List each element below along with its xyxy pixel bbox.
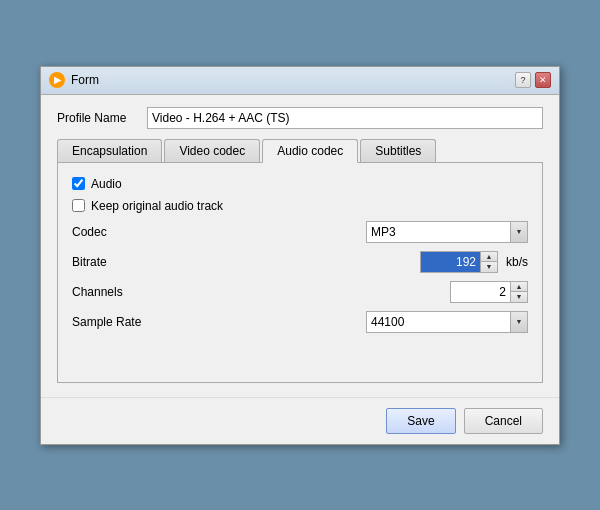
codec-label: Codec bbox=[72, 225, 252, 239]
title-bar-left: ▶ Form bbox=[49, 72, 99, 88]
channels-control: ▲ ▼ bbox=[450, 281, 528, 303]
samplerate-dropdown-btn[interactable]: ▼ bbox=[510, 311, 528, 333]
channels-input-group: ▲ ▼ bbox=[450, 281, 528, 303]
window-title: Form bbox=[71, 73, 99, 87]
bitrate-label: Bitrate bbox=[72, 255, 252, 269]
audio-checkbox-label[interactable]: Audio bbox=[91, 177, 122, 191]
channels-label: Channels bbox=[72, 285, 252, 299]
title-bar-buttons: ? ✕ bbox=[515, 72, 551, 88]
audio-checkbox-row: Audio bbox=[72, 177, 528, 191]
keep-original-checkbox-row: Keep original audio track bbox=[72, 199, 528, 213]
tabs-row: Encapsulation Video codec Audio codec Su… bbox=[57, 139, 543, 163]
help-button[interactable]: ? bbox=[515, 72, 531, 88]
tab-subtitles[interactable]: Subtitles bbox=[360, 139, 436, 162]
bitrate-input-group: ▲ ▼ bbox=[420, 251, 498, 273]
codec-combo: ▼ bbox=[366, 221, 528, 243]
cancel-button[interactable]: Cancel bbox=[464, 408, 543, 434]
channels-spin: ▲ ▼ bbox=[510, 281, 528, 303]
save-button[interactable]: Save bbox=[386, 408, 455, 434]
audio-checkbox[interactable] bbox=[72, 177, 85, 190]
samplerate-label: Sample Rate bbox=[72, 315, 252, 329]
bitrate-input[interactable] bbox=[420, 251, 480, 273]
profile-name-label: Profile Name bbox=[57, 111, 137, 125]
keep-original-label[interactable]: Keep original audio track bbox=[91, 199, 223, 213]
bitrate-row: Bitrate ▲ ▼ kb/s bbox=[72, 251, 528, 273]
keep-original-checkbox[interactable] bbox=[72, 199, 85, 212]
tab-content-audio: Audio Keep original audio track Codec ▼ bbox=[57, 163, 543, 383]
bitrate-up-btn[interactable]: ▲ bbox=[481, 252, 497, 263]
vlc-icon: ▶ bbox=[49, 72, 65, 88]
tab-encapsulation[interactable]: Encapsulation bbox=[57, 139, 162, 162]
samplerate-input[interactable] bbox=[366, 311, 510, 333]
channels-up-btn[interactable]: ▲ bbox=[511, 282, 527, 293]
channels-input[interactable] bbox=[450, 281, 510, 303]
codec-dropdown-btn[interactable]: ▼ bbox=[510, 221, 528, 243]
bitrate-control: ▲ ▼ kb/s bbox=[420, 251, 528, 273]
dialog-window: ▶ Form ? ✕ Profile Name Encapsulation Vi… bbox=[40, 66, 560, 445]
bottom-bar: Save Cancel bbox=[41, 397, 559, 444]
samplerate-combo: ▼ bbox=[366, 311, 528, 333]
tab-audio-codec[interactable]: Audio codec bbox=[262, 139, 358, 163]
window-content: Profile Name Encapsulation Video codec A… bbox=[41, 95, 559, 397]
codec-control: ▼ bbox=[366, 221, 528, 243]
codec-input[interactable] bbox=[366, 221, 510, 243]
codec-row: Codec ▼ bbox=[72, 221, 528, 243]
title-bar: ▶ Form ? ✕ bbox=[41, 67, 559, 95]
bitrate-spin: ▲ ▼ bbox=[480, 251, 498, 273]
channels-row: Channels ▲ ▼ bbox=[72, 281, 528, 303]
samplerate-control: ▼ bbox=[366, 311, 528, 333]
channels-down-btn[interactable]: ▼ bbox=[511, 292, 527, 302]
close-button[interactable]: ✕ bbox=[535, 72, 551, 88]
bitrate-down-btn[interactable]: ▼ bbox=[481, 262, 497, 272]
samplerate-row: Sample Rate ▼ bbox=[72, 311, 528, 333]
profile-row: Profile Name bbox=[57, 107, 543, 129]
profile-name-input[interactable] bbox=[147, 107, 543, 129]
bitrate-unit: kb/s bbox=[506, 255, 528, 269]
tab-video-codec[interactable]: Video codec bbox=[164, 139, 260, 162]
